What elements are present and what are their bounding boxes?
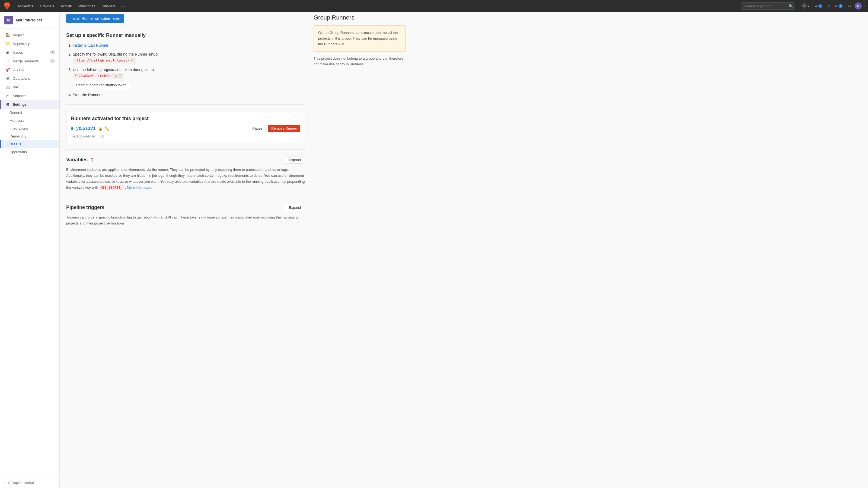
reset-token-button[interactable]: Reset runners registration token bbox=[73, 81, 130, 89]
project-avatar: M bbox=[4, 16, 13, 24]
sidebar-sub-repository[interactable]: Repository bbox=[0, 132, 59, 140]
chevron-down-icon: ▾ bbox=[31, 4, 33, 8]
sidebar-item-project[interactable]: 🏠 Project bbox=[0, 31, 59, 39]
group-runners-info-box: GitLab Group Runners can execute code fo… bbox=[314, 26, 406, 52]
cicd-icon: 🚀 bbox=[5, 67, 10, 72]
runner-number: #3 bbox=[100, 134, 104, 138]
variables-title: Variables ❓ bbox=[66, 157, 94, 163]
step-4-text: Start the Runner! bbox=[73, 93, 102, 97]
sidebar-project-name: MyFirstProject bbox=[16, 18, 42, 22]
nav-more[interactable]: ⋯ bbox=[119, 2, 127, 10]
chevron-down-icon[interactable]: ▾ bbox=[863, 5, 865, 8]
merge-count: 0 bbox=[50, 59, 55, 63]
right-column: Group Runners GitLab Group Runners can e… bbox=[314, 12, 406, 227]
sidebar-item-settings[interactable]: ⚙ Settings bbox=[0, 100, 59, 109]
nav-activity[interactable]: Activity bbox=[58, 2, 74, 10]
pipeline-triggers-description: Triggers can force a specific branch or … bbox=[66, 215, 305, 226]
search-input[interactable] bbox=[741, 2, 795, 10]
setup-steps: Install GitLab Runner Specify the follow… bbox=[66, 42, 305, 98]
collapse-sidebar-button[interactable]: « Collapse sidebar bbox=[0, 477, 59, 488]
runner-name-link[interactable]: yt5Ss3V1 bbox=[76, 126, 95, 131]
no-group-text: This project does not belong to a group … bbox=[314, 56, 406, 67]
sidebar-sub-cicd[interactable]: CI / CD bbox=[0, 140, 59, 148]
chevron-down-icon: ▾ bbox=[52, 4, 54, 8]
sidebar-item-repository[interactable]: 📁 Repository bbox=[0, 39, 59, 48]
variables-section-header: Variables ❓ Expand bbox=[66, 156, 305, 163]
sidebar-item-wiki[interactable]: 📖 Wiki bbox=[0, 83, 59, 91]
settings-icon: ⚙ bbox=[5, 102, 10, 106]
step-3-text: Use the following registration token dur… bbox=[73, 67, 155, 72]
sidebar-item-snippets[interactable]: ✂ Snippets bbox=[0, 91, 59, 100]
help-button[interactable]: ? ▾ bbox=[846, 3, 853, 9]
pipeline-triggers-section-header: Pipeline triggers Expand bbox=[66, 204, 305, 211]
sidebar-item-label: Repository bbox=[13, 42, 30, 46]
nav-milestones[interactable]: Milestones bbox=[76, 2, 98, 10]
main-content: Install Runner on Kubernetes Set up a sp… bbox=[60, 12, 868, 488]
question-icon: ? bbox=[848, 4, 849, 8]
sidebar-item-label: Issues bbox=[13, 51, 23, 55]
monitor-button[interactable]: 🖥 1 bbox=[812, 3, 824, 9]
issues-icon: ◉ bbox=[5, 50, 10, 55]
runner-section: Runners activated for this project yt5Ss… bbox=[66, 111, 305, 143]
collapse-label: Collapse sidebar bbox=[8, 481, 34, 485]
runner-status-dot bbox=[71, 127, 73, 130]
topnav-search-container: 🔍 bbox=[741, 2, 795, 10]
runner-meta: markdown-linter #3 bbox=[71, 134, 300, 138]
sidebar-item-issues[interactable]: ◉ Issues 1 bbox=[0, 48, 59, 57]
sidebar-item-cicd[interactable]: 🚀 CI / CD bbox=[0, 65, 59, 74]
nav-projects[interactable]: Projects ▾ bbox=[15, 2, 36, 10]
new-item-button[interactable]: ➕▾ bbox=[800, 2, 811, 10]
sidebar-item-label: Operations bbox=[13, 76, 30, 80]
setup-title: Set up a specific Runner manually bbox=[66, 33, 305, 38]
step-1: Install GitLab Runner bbox=[73, 42, 305, 48]
pause-runner-button[interactable]: Pause bbox=[249, 125, 266, 132]
sidebar-item-merge-requests[interactable]: ⑂ Merge Requests 0 bbox=[0, 57, 59, 65]
sidebar-item-operations[interactable]: ⚙ Operations bbox=[0, 74, 59, 83]
runner-actions: Pause Remove Runner bbox=[249, 125, 300, 132]
variables-help-icon[interactable]: ❓ bbox=[90, 158, 94, 162]
repository-icon: 📁 bbox=[5, 41, 10, 46]
pipeline-triggers-title: Pipeline triggers bbox=[66, 205, 104, 210]
avatar[interactable]: U bbox=[855, 2, 862, 9]
sidebar-sub-members[interactable]: Members bbox=[0, 117, 59, 124]
left-column: Install Runner on Kubernetes Set up a sp… bbox=[66, 12, 314, 227]
step-3-code: ZCC2wHXa6psixmBebdJg 📋 bbox=[73, 73, 124, 79]
gitlab-logo[interactable] bbox=[3, 2, 11, 10]
copy-url-icon[interactable]: 📋 bbox=[131, 58, 135, 63]
sidebar-item-label: Wiki bbox=[13, 85, 20, 89]
sidebar-sub-items: General Members Integrations Repository … bbox=[0, 109, 59, 156]
merge-requests-icon: ⑂ bbox=[5, 59, 10, 63]
sidebar: M MyFirstProject 🏠 Project 📁 Repository … bbox=[0, 12, 60, 488]
chevron-down-icon: ▾ bbox=[850, 5, 851, 8]
sidebar-sub-operations[interactable]: Operations bbox=[0, 148, 59, 156]
todo-button[interactable]: ✔ 1 bbox=[833, 3, 844, 9]
sidebar-sub-label: Members bbox=[9, 119, 24, 123]
install-gitlab-runner-link[interactable]: Install GitLab Runner bbox=[73, 43, 108, 47]
nav-groups[interactable]: Groups ▾ bbox=[37, 2, 57, 10]
todo-badge: 1 bbox=[838, 4, 843, 8]
edit-icon[interactable]: ✏️ bbox=[104, 126, 109, 131]
sidebar-item-label: CI / CD bbox=[13, 68, 24, 72]
install-runner-button[interactable]: Install Runner on Kubernetes bbox=[66, 14, 124, 23]
more-information-link[interactable]: More information bbox=[127, 186, 154, 190]
lock-icon: 🔒 bbox=[98, 126, 103, 131]
variables-expand-button[interactable]: Expand bbox=[285, 156, 305, 163]
sidebar-project[interactable]: M MyFirstProject bbox=[0, 12, 59, 29]
sidebar-item-label: Merge Requests bbox=[13, 59, 38, 63]
sidebar-sub-label: Repository bbox=[9, 134, 26, 138]
monitor-icon: 🖥 bbox=[814, 4, 817, 8]
sidebar-sub-label: General bbox=[9, 110, 22, 115]
sidebar-sub-integrations[interactable]: Integrations bbox=[0, 124, 59, 132]
nav-snippets[interactable]: Snippets bbox=[99, 2, 118, 10]
sidebar-item-label: Settings bbox=[13, 102, 27, 106]
step-2: Specify the following URL during the Run… bbox=[73, 52, 305, 64]
sidebar-sub-label: CI / CD bbox=[9, 142, 21, 146]
wiki-icon: 📖 bbox=[5, 85, 10, 89]
merge-request-icon-btn[interactable]: ⑂ bbox=[826, 2, 832, 9]
copy-token-icon[interactable]: 📋 bbox=[118, 73, 122, 78]
pipeline-triggers-expand-button[interactable]: Expand bbox=[285, 204, 305, 211]
variables-description: Environment variables are applied to env… bbox=[66, 167, 305, 191]
runner-icons: 🔒 ✏️ bbox=[98, 126, 109, 131]
remove-runner-button[interactable]: Remove Runner bbox=[268, 125, 300, 132]
sidebar-sub-general[interactable]: General bbox=[0, 109, 59, 117]
